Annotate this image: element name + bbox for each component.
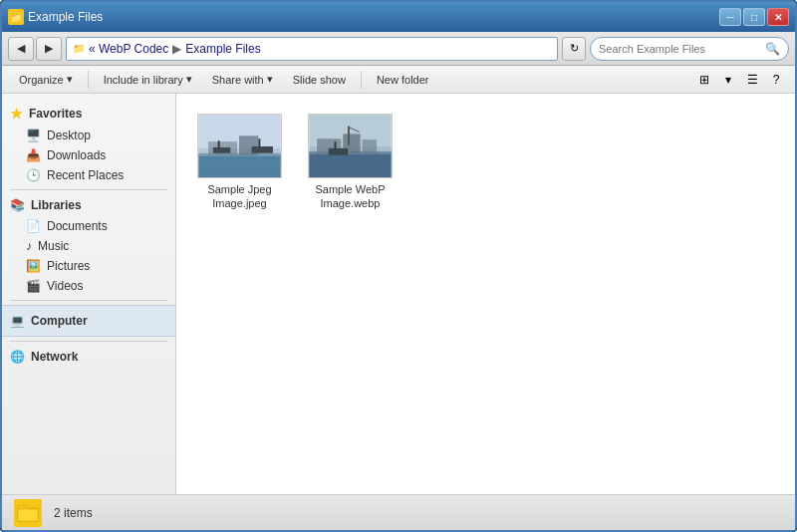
title-bar-left: 📁 Example Files	[8, 9, 103, 25]
documents-icon: 📄	[26, 219, 41, 233]
svg-rect-16	[363, 139, 378, 153]
svg-rect-12	[309, 151, 391, 177]
recent-places-icon: 🕒	[26, 168, 41, 182]
sidebar-item-recent-places[interactable]: 🕒 Recent Places	[2, 165, 175, 185]
sidebar-item-desktop[interactable]: 🖥️ Desktop	[2, 126, 175, 145]
sidebar-libraries-section: 📚 Libraries 📄 Documents ♪ Music 🖼️ Pictu…	[2, 194, 175, 296]
documents-label: Documents	[47, 219, 108, 233]
toolbar-right: ⊞ ▾ ☰ ?	[693, 69, 787, 91]
toolbar-separator-2	[361, 71, 362, 89]
address-path[interactable]: 📁 « WebP Codec ▶ Example Files	[66, 37, 558, 61]
path-icon: 📁	[73, 43, 85, 54]
back-button[interactable]: ◀	[8, 37, 34, 61]
libraries-label: Libraries	[31, 198, 82, 212]
svg-rect-20	[335, 141, 337, 149]
svg-rect-8	[258, 138, 260, 147]
status-bar: 2 items	[2, 494, 795, 530]
network-icon: 🌐	[10, 350, 25, 364]
downloads-label: Downloads	[47, 148, 106, 162]
sidebar-computer-section: 💻 Computer	[2, 305, 175, 337]
maximize-button[interactable]: □	[743, 8, 765, 26]
star-icon: ★	[10, 106, 23, 122]
sidebar-item-videos[interactable]: 🎬 Videos	[2, 276, 175, 296]
sidebar-favorites-header[interactable]: ★ Favorites	[2, 102, 175, 126]
file-item-jpeg[interactable]: Sample Jpeg Image.jpeg	[192, 110, 287, 215]
sidebar-item-documents[interactable]: 📄 Documents	[2, 216, 175, 236]
sidebar-network-header[interactable]: 🌐 Network	[2, 346, 175, 368]
title-icon: 📁	[8, 9, 24, 25]
file-area: Sample Jpeg Image.jpeg	[176, 94, 795, 494]
svg-rect-6	[218, 140, 220, 148]
sidebar-item-music[interactable]: ♪ Music	[2, 236, 175, 256]
close-button[interactable]: ✕	[767, 8, 789, 26]
sidebar-computer-header[interactable]: 💻 Computer	[2, 310, 175, 332]
view-icons-button[interactable]: ⊞	[693, 69, 715, 91]
sidebar-divider-1	[10, 189, 167, 190]
videos-icon: 🎬	[26, 279, 41, 293]
pictures-label: Pictures	[47, 259, 90, 273]
favorites-label: Favorites	[29, 107, 82, 121]
search-input[interactable]	[599, 43, 761, 55]
path-separator: ▶	[172, 42, 181, 56]
file-name-jpeg: Sample Jpeg Image.jpeg	[207, 182, 271, 211]
address-bar: ◀ ▶ 📁 « WebP Codec ▶ Example Files ↻ 🔍	[2, 32, 795, 66]
svg-rect-19	[329, 148, 348, 155]
sidebar-libraries-header[interactable]: 📚 Libraries	[2, 194, 175, 216]
toolbar-separator-1	[88, 71, 89, 89]
file-name-webp: Sample WebP Image.webp	[315, 182, 385, 211]
sidebar-network-section: 🌐 Network	[2, 346, 175, 368]
pictures-icon: 🖼️	[26, 259, 41, 273]
sidebar-divider-2	[10, 300, 167, 301]
new-folder-button[interactable]: New folder	[368, 69, 438, 91]
sidebar-divider-3	[10, 341, 167, 342]
view-details-button[interactable]: ☰	[741, 69, 763, 91]
file-grid: Sample Jpeg Image.jpeg	[192, 110, 779, 478]
title-bar: 📁 Example Files ─ □ ✕	[2, 2, 795, 32]
sidebar-item-pictures[interactable]: 🖼️ Pictures	[2, 256, 175, 276]
desktop-label: Desktop	[47, 129, 91, 142]
path-segment-1[interactable]: « WebP Codec	[89, 42, 168, 56]
status-folder-icon	[14, 499, 42, 527]
svg-rect-17	[348, 127, 350, 145]
libraries-icon: 📚	[10, 198, 25, 212]
videos-label: Videos	[47, 279, 83, 293]
network-label: Network	[31, 350, 78, 364]
refresh-button[interactable]: ↻	[562, 37, 586, 61]
sidebar: ★ Favorites 🖥️ Desktop 📥 Downloads 🕒 Rec…	[2, 94, 176, 494]
forward-button[interactable]: ▶	[36, 37, 62, 61]
sidebar-item-downloads[interactable]: 📥 Downloads	[2, 145, 175, 165]
search-icon: 🔍	[765, 42, 780, 56]
music-icon: ♪	[26, 239, 32, 253]
svg-rect-5	[213, 147, 230, 153]
svg-rect-1	[198, 153, 280, 177]
desktop-icon: 🖥️	[26, 129, 41, 142]
svg-rect-7	[252, 146, 273, 153]
share-with-button[interactable]: Share with ▾	[203, 69, 282, 91]
recent-places-label: Recent Places	[47, 168, 124, 182]
file-thumbnail-webp	[308, 114, 393, 178]
organize-button[interactable]: Organize ▾	[10, 69, 82, 91]
file-thumbnail-jpeg	[197, 114, 282, 178]
downloads-icon: 📥	[26, 148, 41, 162]
view-dropdown-button[interactable]: ▾	[717, 69, 739, 91]
slide-show-button[interactable]: Slide show	[284, 69, 355, 91]
path-segment-2[interactable]: Example Files	[185, 42, 260, 56]
include-library-button[interactable]: Include in library ▾	[95, 69, 201, 91]
file-item-webp[interactable]: Sample WebP Image.webp	[303, 110, 398, 215]
sidebar-favorites-section: ★ Favorites 🖥️ Desktop 📥 Downloads 🕒 Rec…	[2, 102, 175, 185]
music-label: Music	[38, 239, 69, 253]
search-box[interactable]: 🔍	[590, 37, 789, 61]
title-buttons: ─ □ ✕	[719, 8, 789, 26]
main-area: ★ Favorites 🖥️ Desktop 📥 Downloads 🕒 Rec…	[2, 94, 795, 494]
help-button[interactable]: ?	[765, 69, 787, 91]
explorer-window: 📁 Example Files ─ □ ✕ ◀ ▶ 📁 « WebP Codec…	[0, 0, 797, 532]
window-title: Example Files	[28, 10, 103, 24]
computer-icon: 💻	[10, 314, 25, 328]
computer-label: Computer	[31, 314, 88, 328]
toolbar: Organize ▾ Include in library ▾ Share wi…	[2, 66, 795, 94]
minimize-button[interactable]: ─	[719, 8, 741, 26]
status-items-count: 2 items	[54, 506, 93, 520]
nav-buttons: ◀ ▶	[8, 37, 62, 61]
